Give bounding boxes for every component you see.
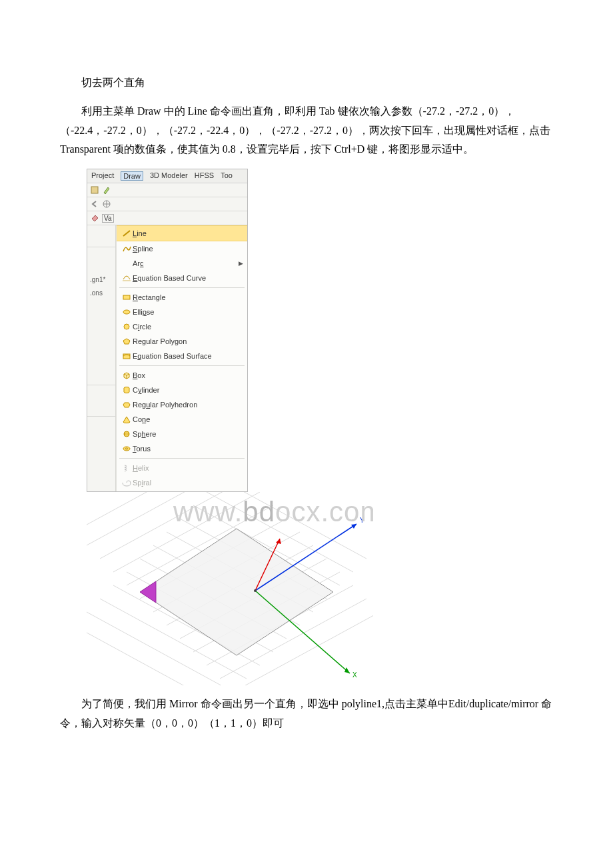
nav-left-icon <box>90 199 99 209</box>
left-sidebar-stub: .gn1* .ons <box>87 225 116 491</box>
menu-item-circle[interactable]: Circle <box>117 319 247 334</box>
menu-item-ellipse[interactable]: Ellipse <box>117 305 247 319</box>
circle-icon <box>121 322 133 331</box>
file-gn1: .gn1* <box>87 274 115 287</box>
menubar: Project Draw 3D Modeler HFSS Too <box>87 169 247 183</box>
svg-text:Y: Y <box>360 517 364 524</box>
menu-item-regular-polyhedron[interactable]: Regular Polyhedron <box>117 397 247 412</box>
spline-icon <box>121 244 133 253</box>
va-box: Va <box>102 214 114 223</box>
svg-rect-2 <box>123 280 131 281</box>
toolbar-row-1 <box>87 183 247 197</box>
draw-dropdown: Line Spline Arc ▶ Equation Based Curve <box>116 225 247 491</box>
menu-item-helix: Helix <box>117 461 247 475</box>
menu-hfss[interactable]: HFSS <box>195 171 214 181</box>
svg-point-4 <box>123 310 130 314</box>
menu-item-eq-surface[interactable]: Equation Based Surface <box>117 349 247 363</box>
svg-marker-40 <box>351 524 356 529</box>
menu-3d-modeler[interactable]: 3D Modeler <box>150 171 188 181</box>
paragraph-2: 为了简便，我们用 Mirror 命令画出另一个直角，即选中 polyline1,… <box>60 695 553 733</box>
arc-icon <box>121 259 133 268</box>
regpolyh-icon <box>121 400 133 409</box>
polyline1-triangle <box>140 581 156 603</box>
menu-item-spiral: Spiral <box>117 475 247 490</box>
eqsurf-icon <box>121 351 133 361</box>
menu-item-spline[interactable]: Spline <box>117 241 247 256</box>
svg-line-14 <box>87 492 220 532</box>
ellipse-icon <box>121 307 133 317</box>
toolbar-row-2 <box>87 197 247 211</box>
menu-item-line[interactable]: Line <box>117 225 247 241</box>
svg-point-13 <box>125 448 128 449</box>
cone-icon <box>121 415 133 424</box>
menu-item-cylinder[interactable]: Cylinder <box>117 383 247 397</box>
svg-line-27 <box>87 625 220 685</box>
svg-marker-6 <box>123 339 130 344</box>
svg-rect-3 <box>123 295 130 299</box>
svg-marker-43 <box>344 667 350 673</box>
menu-separator <box>119 458 245 459</box>
submenu-arrow-icon: ▶ <box>239 260 243 267</box>
menu-extra[interactable]: Too <box>221 171 233 181</box>
menu-separator <box>119 287 245 288</box>
svg-point-47 <box>254 589 257 592</box>
viewport-3d: www.bdocx.com <box>87 492 373 685</box>
paint-bucket-icon <box>90 213 99 223</box>
menu-item-arc[interactable]: Arc ▶ <box>117 256 247 271</box>
svg-marker-9 <box>123 403 130 407</box>
draw-menu-screenshot: Project Draw 3D Modeler HFSS Too Va <box>87 169 248 492</box>
paragraph-1: 利用主菜单 Draw 中的 Line 命令画出直角，即利用 Tab 键依次输入参… <box>60 102 553 159</box>
box-icon <box>121 371 133 380</box>
svg-marker-46 <box>276 539 281 544</box>
helix-icon <box>121 463 133 473</box>
regpoly-icon <box>121 337 133 346</box>
heading: 切去两个直角 <box>60 73 553 93</box>
menu-item-box[interactable]: Box <box>117 368 247 383</box>
svg-point-5 <box>124 324 129 329</box>
svg-point-10 <box>124 431 129 437</box>
sphere-icon <box>121 429 133 439</box>
viewport-svg: Y X <box>87 492 373 685</box>
menu-item-rectangle[interactable]: Rectangle <box>117 290 247 305</box>
globe-icon <box>102 199 111 209</box>
file-ons: .ons <box>87 287 115 301</box>
eqcurve-icon <box>121 273 133 283</box>
menu-item-regular-polygon[interactable]: Regular Polygon <box>117 334 247 349</box>
cyl-icon <box>121 385 133 395</box>
toolbar-row-3: Va <box>87 211 247 225</box>
spiral-icon <box>121 478 133 487</box>
line-icon <box>121 229 133 238</box>
figure-menu-screenshot: Project Draw 3D Modeler HFSS Too Va <box>87 169 553 685</box>
menu-item-eq-curve[interactable]: Equation Based Curve <box>117 271 247 285</box>
menu-project[interactable]: Project <box>91 171 114 181</box>
svg-text:X: X <box>352 671 357 679</box>
menu-item-sphere[interactable]: Sphere <box>117 427 247 441</box>
svg-rect-0 <box>91 187 98 193</box>
menu-separator <box>119 365 245 366</box>
torus-icon <box>121 444 133 453</box>
paint-icon <box>102 185 111 195</box>
paste-icon <box>90 185 99 195</box>
rect-icon <box>121 293 133 302</box>
menu-item-torus[interactable]: Torus <box>117 441 247 456</box>
menu-draw[interactable]: Draw <box>121 171 143 181</box>
menu-item-cone[interactable]: Cone <box>117 412 247 427</box>
